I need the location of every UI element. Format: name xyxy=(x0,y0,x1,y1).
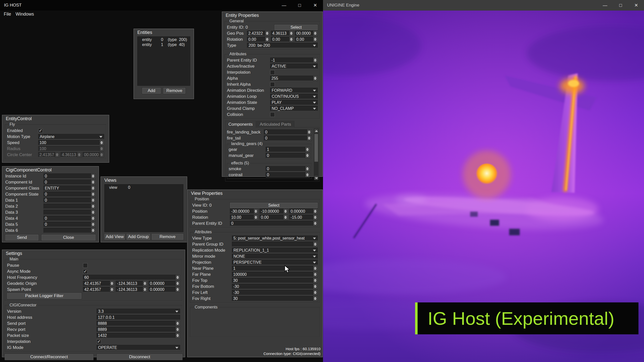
position-y[interactable]: -10.00000 xyxy=(260,209,288,214)
spin-arrows-icon[interactable] xyxy=(176,333,180,338)
instance-id-stepper[interactable]: 0 xyxy=(44,173,96,179)
send-port-value[interactable]: 8888 xyxy=(97,321,176,326)
geo-pos-alt-value[interactable]: 00.0000 xyxy=(295,31,313,36)
spawn-point-alt-value[interactable]: 0.00000 xyxy=(149,287,176,292)
entity-rotation-z-value[interactable]: 0.00 xyxy=(295,37,313,42)
entity-interpolation-checkbox[interactable] xyxy=(270,70,275,75)
disconnect-button[interactable]: Disconnect xyxy=(97,354,182,360)
version-dropdown[interactable]: 3.3 xyxy=(97,309,180,314)
maximize-icon[interactable]: □ xyxy=(292,0,307,11)
fov-bottom-stepper[interactable]: -30 xyxy=(232,284,318,289)
geo-pos-lat[interactable]: 2.42322 xyxy=(247,31,270,36)
spin-arrows-icon[interactable] xyxy=(313,242,318,247)
geo-pos-alt[interactable]: 00.0000 xyxy=(295,31,318,36)
rotation-x[interactable]: 10.00 xyxy=(230,215,258,220)
data-6-stepper[interactable] xyxy=(44,228,96,233)
send-button[interactable]: Send xyxy=(5,235,38,241)
entity-rotation-x-value[interactable]: 0.00 xyxy=(247,37,265,42)
minimize-icon[interactable]: — xyxy=(276,0,292,11)
settings-panel-title[interactable]: Settings xyxy=(2,250,185,257)
remove-entity-button[interactable]: Remove xyxy=(163,88,185,94)
spin-arrows-icon[interactable] xyxy=(254,209,258,214)
entity-type-dropdown[interactable]: 200: be-200 xyxy=(247,43,318,48)
far-plane-value[interactable]: 100000 xyxy=(232,272,313,277)
spin-arrows-icon[interactable] xyxy=(307,135,312,141)
geodetic-origin-lat-value[interactable]: 42.41357 xyxy=(83,281,110,286)
data-3-stepper[interactable] xyxy=(44,210,96,215)
entities-panel-title[interactable]: Entities xyxy=(134,29,194,36)
component-id-stepper[interactable]: 0 xyxy=(44,179,96,185)
spin-arrows-icon[interactable] xyxy=(313,37,318,42)
ground-clamp-dropdown[interactable]: NO_CLAMP xyxy=(270,106,318,111)
spin-arrows-icon[interactable] xyxy=(265,37,270,42)
fire-landing-back-value[interactable]: 0 xyxy=(264,129,307,135)
packet-size-value[interactable]: 1432 xyxy=(97,333,176,338)
fov-top-value[interactable]: 30 xyxy=(232,278,313,283)
spin-arrows-icon[interactable] xyxy=(313,209,318,214)
host-frequency-value[interactable]: 60 xyxy=(83,275,176,280)
spin-arrows-icon[interactable] xyxy=(313,215,318,220)
spawn-point-lon-value[interactable]: -124.36113 xyxy=(116,287,143,292)
parent-entity-id-stepper[interactable]: -1 xyxy=(270,58,318,63)
entities-list[interactable]: entity0(type 200) entity1(type 40) xyxy=(137,36,190,86)
views-panel-title[interactable]: Views xyxy=(101,177,187,184)
collision-checkbox[interactable] xyxy=(270,112,275,117)
smoke-value[interactable]: 0 xyxy=(266,166,305,171)
spin-arrows-icon[interactable] xyxy=(91,186,96,191)
position-x[interactable]: -30.00000 xyxy=(230,209,258,214)
geodetic-origin-lat[interactable]: 42.41357 xyxy=(83,281,114,286)
entity-select-button[interactable]: Select xyxy=(274,25,318,30)
view-parent-entity-id-value[interactable]: 0 xyxy=(230,221,313,226)
data-2-value[interactable] xyxy=(44,204,91,209)
entity-rotation-y-value[interactable]: 0.00 xyxy=(271,37,289,42)
component-class-stepper[interactable]: ENTITY xyxy=(44,186,96,191)
spin-arrows-icon[interactable] xyxy=(284,215,288,220)
spin-arrows-icon[interactable] xyxy=(110,281,114,286)
motion-type-dropdown[interactable]: Airplane xyxy=(38,134,104,139)
scroll-down-icon[interactable] xyxy=(314,176,318,180)
pause-checkbox[interactable] xyxy=(83,263,88,268)
entity-rotation-z[interactable]: 0.00 xyxy=(295,37,318,42)
replication-mode-dropdown[interactable]: REPLICATION_1_1 xyxy=(232,248,318,253)
spin-arrows-icon[interactable] xyxy=(91,210,96,215)
spin-arrows-icon[interactable] xyxy=(91,198,96,203)
rotation-y-value[interactable]: 0.00 xyxy=(260,215,284,220)
spin-arrows-icon[interactable] xyxy=(100,140,104,145)
contrail-stepper[interactable]: 0 xyxy=(266,172,310,177)
data-5-stepper[interactable]: 0 xyxy=(44,222,96,227)
spin-arrows-icon[interactable] xyxy=(313,221,318,226)
host-frequency-stepper[interactable]: 60 xyxy=(83,275,180,280)
spin-arrows-icon[interactable] xyxy=(110,287,114,292)
spin-arrows-icon[interactable] xyxy=(313,296,318,301)
geodetic-origin-alt-value[interactable]: 0.00000 xyxy=(149,281,176,286)
geo-pos-lon-value[interactable]: 4.36113 xyxy=(271,31,289,36)
component-state-value[interactable]: 0 xyxy=(44,192,91,197)
rotation-y[interactable]: 0.00 xyxy=(260,215,288,220)
spin-arrows-icon[interactable] xyxy=(254,215,258,220)
mirror-mode-dropdown[interactable]: NONE xyxy=(232,254,318,259)
list-item[interactable]: entity0(type 200) xyxy=(138,37,190,42)
geodetic-origin-lon-value[interactable]: -124.36113 xyxy=(116,281,143,286)
spin-arrows-icon[interactable] xyxy=(313,278,318,283)
fire-tail-value[interactable]: 0 xyxy=(264,135,307,141)
minimize-icon[interactable]: — xyxy=(597,0,613,11)
spin-arrows-icon[interactable] xyxy=(176,281,180,286)
entity-rotation-x[interactable]: 0.00 xyxy=(247,37,270,42)
spin-arrows-icon[interactable] xyxy=(305,153,310,158)
spin-arrows-icon[interactable] xyxy=(305,166,310,171)
menu-windows[interactable]: Windows xyxy=(13,12,36,17)
view-parent-entity-id-stepper[interactable]: 0 xyxy=(230,221,318,226)
geodetic-origin-alt[interactable]: 0.00000 xyxy=(149,281,180,286)
parent-group-id-value[interactable] xyxy=(232,242,313,247)
async-mode-checkbox[interactable] xyxy=(83,269,88,274)
fov-bottom-value[interactable]: -30 xyxy=(232,284,313,289)
enabled-checkbox[interactable] xyxy=(38,128,43,133)
component-class-value[interactable]: ENTITY xyxy=(44,186,91,191)
spin-arrows-icon[interactable] xyxy=(176,327,180,332)
inherit-alpha-checkbox[interactable] xyxy=(270,82,275,87)
fov-top-stepper[interactable]: 30 xyxy=(232,278,318,283)
add-entity-button[interactable]: Add xyxy=(142,88,161,94)
geo-pos-lat-value[interactable]: 2.42322 xyxy=(247,31,265,36)
recv-port-stepper[interactable]: 8889 xyxy=(97,327,180,332)
spawn-point-lat-value[interactable]: 42.41357 xyxy=(83,287,110,292)
